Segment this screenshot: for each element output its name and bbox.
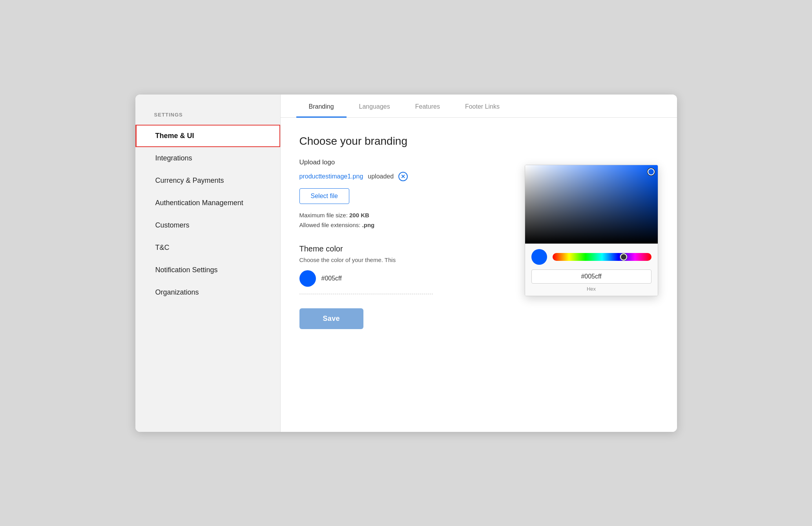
- picker-hex-row: Hex: [531, 269, 651, 292]
- sidebar-item-tc[interactable]: T&C: [135, 237, 280, 259]
- picker-preview-circle: [531, 249, 547, 265]
- sidebar-item-theme-ui[interactable]: Theme & UI: [135, 125, 280, 147]
- sidebar-item-customers[interactable]: Customers: [135, 214, 280, 237]
- sidebar-item-label: Integrations: [155, 154, 192, 162]
- picker-hex-label: Hex: [587, 286, 596, 292]
- save-button[interactable]: Save: [299, 308, 363, 329]
- select-file-button[interactable]: Select file: [299, 188, 349, 204]
- tab-footer-links[interactable]: Footer Links: [453, 95, 512, 118]
- picker-gradient-handle[interactable]: [648, 168, 655, 175]
- sidebar-item-label: Notification Settings: [155, 266, 218, 274]
- color-picker-popup: Hex: [525, 165, 658, 296]
- tab-languages[interactable]: Languages: [347, 95, 403, 118]
- content-area: Choose your branding Upload logo product…: [281, 118, 677, 432]
- picker-bottom: Hex: [525, 244, 658, 296]
- picker-spectrum-handle[interactable]: [620, 253, 627, 260]
- tabs-bar: Branding Languages Features Footer Links: [281, 95, 677, 118]
- sidebar-item-label: Authentication Management: [155, 199, 243, 207]
- sidebar-item-organizations[interactable]: Organizations: [135, 281, 280, 304]
- picker-gradient[interactable]: [525, 165, 658, 244]
- app-window: SETTINGS Theme & UI Integrations Currenc…: [135, 95, 677, 432]
- tab-branding[interactable]: Branding: [296, 95, 347, 118]
- theme-color-circle[interactable]: [299, 270, 316, 287]
- sidebar-item-label: Theme & UI: [155, 132, 194, 140]
- page-title: Choose your branding: [299, 135, 658, 147]
- settings-heading: SETTINGS: [135, 112, 280, 125]
- tab-features[interactable]: Features: [403, 95, 453, 118]
- sidebar-item-notification-settings[interactable]: Notification Settings: [135, 259, 280, 281]
- uploaded-filename: producttestimage1.png: [299, 173, 363, 180]
- sidebar-item-authentication-management[interactable]: Authentication Management: [135, 192, 280, 214]
- sidebar-item-label: Currency & Payments: [155, 177, 224, 184]
- sidebar-item-label: T&C: [155, 244, 170, 251]
- picker-hex-input[interactable]: [531, 269, 651, 284]
- picker-spectrum[interactable]: [553, 253, 651, 261]
- dashed-divider: [299, 294, 433, 294]
- main-panel: Branding Languages Features Footer Links…: [281, 95, 677, 432]
- sidebar-item-currency-payments[interactable]: Currency & Payments: [135, 169, 280, 192]
- sidebar-item-label: Customers: [155, 221, 190, 229]
- picker-controls: [531, 249, 651, 265]
- picker-arrow: [525, 250, 525, 258]
- sidebar-item-integrations[interactable]: Integrations: [135, 147, 280, 169]
- upload-status: uploaded: [368, 173, 394, 180]
- color-hex-display: #005cff: [321, 275, 342, 282]
- clear-upload-button[interactable]: ✕: [398, 172, 408, 181]
- sidebar-item-label: Organizations: [155, 288, 199, 296]
- sidebar: SETTINGS Theme & UI Integrations Currenc…: [135, 95, 281, 432]
